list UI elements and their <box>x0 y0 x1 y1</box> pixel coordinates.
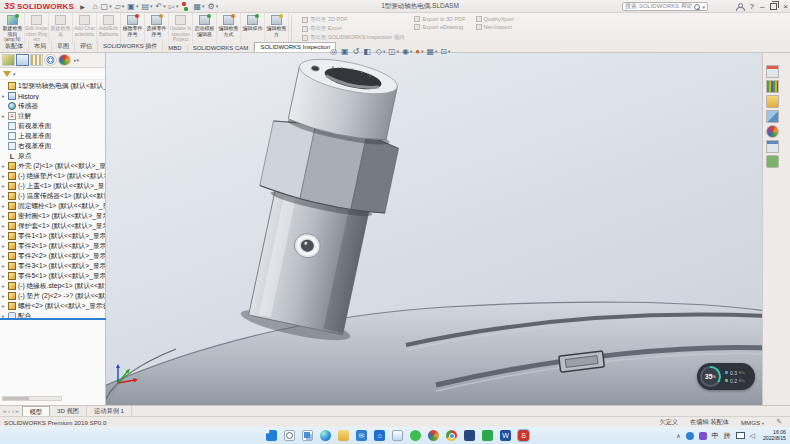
display-manager-icon[interactable] <box>58 54 71 66</box>
custom-properties-icon[interactable] <box>766 140 779 153</box>
tree-item[interactable]: ▸ 右视基准面 <box>0 141 105 151</box>
tree-root-item[interactable]: ▸ 1型驱动轴热电偶 (默认<默认_显示状态-1 <box>0 81 105 91</box>
tab-3d-views[interactable]: 3D 视图 <box>50 406 87 416</box>
edit-inspection-project-button[interactable]: Edit Inspection Project <box>25 13 49 44</box>
traffic-icon[interactable]: ▾ <box>181 2 190 11</box>
tree-item[interactable]: ▸ 上视基准面 <box>0 131 105 141</box>
tree-item[interactable]: ▸ 传感器 <box>0 101 105 111</box>
property-manager-icon[interactable] <box>16 54 29 66</box>
search-icon[interactable] <box>694 4 700 10</box>
clock[interactable]: 16:06 2022/8/15 <box>763 430 786 441</box>
tree-item[interactable]: ▸ 固定螺栓<1> (默认<<默认>_显示 <box>0 201 105 211</box>
save-icon[interactable]: ▣▾ <box>127 2 138 11</box>
tree-item[interactable]: ▸ History <box>0 91 105 101</box>
tree-item[interactable]: ▸ 螺栓<2> (默认<<默认>_显示状态 <box>0 301 105 311</box>
edge-icon[interactable] <box>320 430 331 441</box>
close-button[interactable]: × <box>783 2 788 11</box>
tree-item[interactable]: ▸ 保护套<1> (默认<<默认>_显示状 <box>0 221 105 231</box>
tray-chevron-icon[interactable]: ∧ <box>676 432 680 439</box>
tree-item[interactable]: ▸ 零件5<1> (默认<<默认>_显示状态 <box>0 271 105 281</box>
tab-scroll-arrows[interactable]: « ‹ › » <box>3 408 19 414</box>
tree-item[interactable]: ▸ 密封圈<1> (默认<<默认>_显示状 <box>0 211 105 221</box>
tree-item[interactable]: ▸ (-) 绝缘垫片<1> (默认<<默认>_显 <box>0 171 105 181</box>
new-inspection-project-button[interactable]: 新建检查项目 (amp;N) <box>1 13 25 44</box>
login-icon[interactable] <box>736 3 743 11</box>
logo-expand-arrow-icon[interactable]: ▶ <box>80 3 85 10</box>
solidworks-forum-icon[interactable] <box>766 155 779 168</box>
tree-splitter[interactable] <box>0 318 106 320</box>
tab-layout[interactable]: 布局 <box>29 41 52 52</box>
ime-language-indicator[interactable]: 中 <box>712 431 719 441</box>
tab-mbd[interactable]: MBD <box>163 44 187 52</box>
view-palette-icon[interactable] <box>766 110 779 123</box>
hide-show-items-icon[interactable]: ◉▾ <box>402 47 412 56</box>
ime-mode-indicator[interactable]: 拼 <box>724 431 731 441</box>
select-cursor-icon[interactable]: ▻▾ <box>169 2 179 11</box>
filter-dropdown-icon[interactable]: ▾ <box>13 71 16 77</box>
tab-sketch[interactable]: 草图 <box>52 41 75 52</box>
tab-sw-cam[interactable]: SOLIDWORKS CAM <box>188 44 255 52</box>
export-edrawing[interactable]: Export eDrawing <box>414 24 465 30</box>
export-3d-pdf[interactable]: Export to 3D PDF <box>414 16 465 22</box>
tab-sw-inspection[interactable]: SOLIDWORKS Inspection <box>254 42 336 52</box>
tree-item[interactable]: ▸ 零件2<2> (默认<<默认>_显示状态 <box>0 251 105 261</box>
qq-icon[interactable] <box>410 430 421 441</box>
mail-icon[interactable] <box>356 430 367 441</box>
tree-item[interactable]: ▸ 注解 <box>0 111 105 121</box>
help-button[interactable]: ? <box>749 2 753 11</box>
new-icon[interactable]: ▢▾ <box>101 2 112 11</box>
cloud-tray-icon[interactable] <box>686 432 694 440</box>
panel-tabs-overflow-icon[interactable]: ▸▾ <box>74 57 79 63</box>
configuration-manager-icon[interactable] <box>30 54 43 66</box>
filter-funnel-icon[interactable] <box>3 71 11 77</box>
add-edit-balloons-button[interactable]: Add/Edit Balloons <box>97 13 121 44</box>
display-pane-icon[interactable]: ▦▾ <box>193 2 204 11</box>
open-icon[interactable]: ▱▾ <box>115 2 125 11</box>
section-view-icon[interactable]: ◧ <box>363 47 371 56</box>
home-icon[interactable]: ⌂▾ <box>93 2 98 11</box>
status-options-icon[interactable]: ✎ <box>776 418 782 426</box>
net-inspect[interactable]: Net-Inspect <box>476 24 514 30</box>
update-inspection-project-button[interactable]: Update Inspection Project <box>169 13 193 44</box>
chrome-icon[interactable] <box>446 430 457 441</box>
store-icon[interactable] <box>374 430 385 441</box>
launch-template-editor-button[interactable]: 启动模板编辑器 <box>193 13 217 44</box>
tree-item[interactable]: ▸ (-) 温度传感器<1> (默认<<默认>_ <box>0 191 105 201</box>
tab-evaluate[interactable]: 评估 <box>75 41 98 52</box>
design-library-icon[interactable] <box>766 80 779 93</box>
edit-inspection-2-button[interactable]: 编辑检查方 <box>265 13 289 44</box>
tab-sw-addins[interactable]: SOLIDWORKS 插件 <box>98 41 163 52</box>
tree-item[interactable]: ▸ (-) 垫片 (2)<2> ->? (默认<<默认> <box>0 291 105 301</box>
qualityxpert[interactable]: QualityXpert <box>476 16 514 22</box>
edit-operation-button[interactable]: 编辑操作 <box>241 13 265 44</box>
edit-inspection-method-button[interactable]: 编辑检查方式 <box>217 13 241 44</box>
system-monitor-overlay[interactable]: 35% 0.3K/s 0.2K/s <box>697 363 755 390</box>
solidworks-resources-icon[interactable] <box>766 65 779 78</box>
tray-window-icon[interactable] <box>736 432 745 439</box>
help-search-input[interactable]: 搜索 SOLIDWORKS 帮助 ▾ <box>622 2 708 11</box>
apply-scene-icon[interactable]: ▦▾ <box>426 47 437 56</box>
tree-item[interactable]: ▸ 前视基准面 <box>0 121 105 131</box>
feature-tree-icon[interactable] <box>2 54 15 66</box>
minimize-button[interactable]: – <box>760 2 764 11</box>
weather-icon[interactable] <box>392 430 403 441</box>
tree-item[interactable]: ▸ (-) 上盖<1> (默认<<默认>_显示状 <box>0 181 105 191</box>
wps-icon[interactable] <box>482 430 493 441</box>
tb-explorer-icon[interactable] <box>338 430 349 441</box>
previous-view-icon[interactable]: ↺ <box>353 47 360 56</box>
solidworks-app-icon[interactable] <box>518 430 529 441</box>
tree-item[interactable]: ▸ 原点 <box>0 151 105 161</box>
edit-appearance-icon[interactable]: ●▾ <box>415 47 423 56</box>
remove-balloons-button[interactable]: 移除零件序号 <box>121 13 145 44</box>
tree-item[interactable]: ▸ 零件3<1> (默认<<默认>_显示状态 <box>0 261 105 271</box>
options-gear-icon[interactable]: ⚙▾ <box>207 2 218 11</box>
graphics-viewport[interactable]: 35% 0.3K/s 0.2K/s <box>106 53 762 405</box>
word-icon[interactable] <box>500 430 511 441</box>
units-selector[interactable]: MMGS ▾ <box>741 419 764 426</box>
undo-icon[interactable]: ↶▾ <box>156 2 166 11</box>
display-style-icon[interactable]: ◫▾ <box>388 47 399 56</box>
tree-item[interactable]: ▸ 零件1<1> (默认<<默认>_显示状态 <box>0 231 105 241</box>
new-checksheet-button[interactable]: 新建检查表 <box>49 13 73 44</box>
restore-button[interactable] <box>770 3 777 10</box>
view-orientation-icon[interactable]: ◇▾ <box>376 47 385 56</box>
